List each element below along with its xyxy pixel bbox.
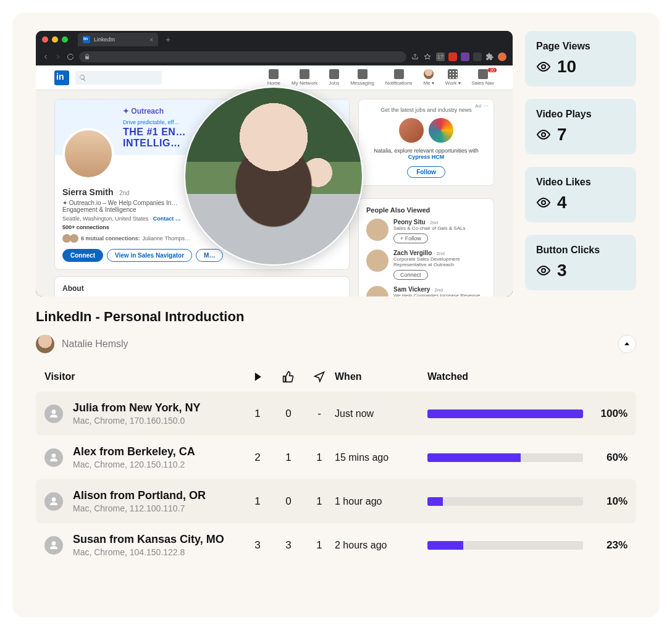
svg-point-13	[542, 133, 545, 136]
nav-label: Home	[267, 80, 280, 86]
browser-chrome: LinkedIn × + 17	[36, 31, 513, 65]
when-text: 15 mins ago	[335, 452, 427, 463]
view-sales-nav-button[interactable]: View in Sales Navigator	[107, 249, 192, 262]
browser-tab[interactable]: LinkedIn ×	[78, 33, 158, 46]
svg-point-12	[542, 65, 545, 69]
nav-label: Notifications	[385, 80, 413, 86]
forward-icon[interactable]	[54, 53, 62, 61]
extension-icon[interactable]: 17	[436, 52, 445, 61]
nav-label: Work ▾	[445, 80, 461, 86]
linkedin-nav-sales-nav[interactable]: Sales Nav20	[472, 69, 494, 86]
more-button[interactable]: M…	[196, 249, 223, 262]
linkedin-nav-notifications[interactable]: Notifications	[385, 69, 413, 86]
likes-count: 3	[273, 539, 304, 552]
linkedin-nav-home[interactable]: Home	[267, 69, 280, 86]
maximize-window-icon[interactable]	[62, 36, 68, 43]
watched-bar	[427, 453, 583, 462]
table-row[interactable]: Alex from Berkeley, CA Mac, Chrome, 120.…	[36, 435, 636, 479]
close-window-icon[interactable]	[42, 36, 48, 43]
visitor-meta: Mac, Chrome, 120.150.110.2	[73, 460, 195, 469]
when-text: 1 hour ago	[335, 496, 427, 507]
author-avatar[interactable]	[36, 335, 54, 353]
play-icon	[251, 371, 264, 383]
stat-card-button-clicks: Button Clicks 3	[525, 235, 636, 290]
minimize-window-icon[interactable]	[52, 36, 58, 43]
table-row[interactable]: Alison from Portland, OR Mac, Chrome, 11…	[36, 479, 636, 523]
linkedin-search-input[interactable]	[75, 71, 162, 85]
video-bubble[interactable]	[184, 86, 363, 266]
table-row[interactable]: Susan from Kansas City, MO Mac, Chrome, …	[36, 523, 636, 567]
sales-icon	[478, 69, 488, 79]
mini-avatar-icon	[70, 234, 78, 243]
company-logo-icon	[429, 118, 453, 143]
profile-avatar[interactable]	[62, 128, 114, 180]
likes-count: 1	[273, 452, 304, 464]
visitor-meta: Mac, Chrome, 104.150.122.8	[73, 547, 224, 557]
people-also-viewed-card: People Also Viewed Peony Situ · 2nd Sale…	[358, 198, 494, 296]
pav-action-button[interactable]: + Follow	[393, 233, 428, 243]
lock-icon	[84, 54, 90, 60]
new-tab-button[interactable]: +	[166, 35, 170, 44]
connect-button[interactable]: Connect	[62, 249, 103, 262]
follow-button[interactable]: Follow	[407, 166, 445, 178]
watched-pct: 23%	[593, 539, 628, 552]
extension-icon[interactable]	[461, 52, 469, 61]
pav-item[interactable]: Sam Vickery · 2nd We Help Companies Incr…	[366, 286, 486, 296]
linkedin-logo-icon[interactable]	[54, 70, 69, 85]
puzzle-icon[interactable]	[485, 52, 494, 61]
plays-count: 1	[242, 408, 273, 420]
reload-icon[interactable]	[67, 53, 74, 61]
profile-avatar-icon[interactable]	[498, 52, 506, 61]
close-tab-icon[interactable]: ×	[149, 36, 153, 43]
linkedin-nav-my-network[interactable]: My Network	[292, 69, 317, 86]
collapse-button[interactable]	[618, 335, 636, 353]
stat-label: Video Plays	[536, 109, 625, 120]
sidebar-job-card: Ad ⋯ Get the latest jobs and industry ne…	[358, 99, 494, 186]
nav-label: Messaging	[350, 80, 374, 86]
visitor-name: Susan from Kansas City, MO	[73, 533, 224, 546]
extension-icon[interactable]	[448, 52, 457, 61]
side-job-subtitle: Natalia, explore relevant opportunities …	[366, 148, 486, 160]
clicks-count: -	[304, 408, 335, 420]
linkedin-nav-me-[interactable]: Me ▾	[423, 69, 434, 86]
svg-point-14	[542, 201, 545, 204]
pav-item[interactable]: Peony Situ · 2nd Sales & Co-chair of Gal…	[366, 219, 486, 243]
visitor-name: Alison from Portland, OR	[73, 489, 206, 502]
eye-icon	[536, 263, 551, 278]
pav-action-button[interactable]: Connect	[393, 270, 428, 280]
star-icon[interactable]	[424, 53, 431, 61]
watched-bar	[427, 541, 583, 550]
about-card: About As the first point of contact for …	[54, 276, 350, 296]
pav-role: Corporate Sales Development Representati…	[393, 256, 486, 267]
linkedin-nav-messaging[interactable]: Messaging	[350, 69, 374, 86]
eye-icon	[536, 127, 551, 142]
visitor-meta: Mac, Chrome, 170.160.150.0	[73, 416, 200, 426]
stat-card-page-views: Page Views 10	[525, 31, 636, 86]
visitor-name: Julia from New York, NY	[73, 401, 200, 414]
share-icon[interactable]	[411, 53, 419, 61]
clicks-count: 1	[304, 539, 335, 552]
back-icon[interactable]	[42, 53, 49, 61]
company-avatar-icon	[399, 118, 424, 143]
svg-point-15	[542, 269, 545, 272]
msg-icon	[358, 69, 368, 79]
pav-item[interactable]: Zach Vergillo · 2nd Corporate Sales Deve…	[366, 250, 486, 280]
window-traffic-lights[interactable]	[42, 36, 68, 43]
stat-card-video-likes: Video Likes 4	[525, 167, 636, 222]
stat-label: Video Likes	[536, 177, 625, 188]
col-watched: Watched	[427, 371, 628, 382]
page-title: LinkedIn - Personal Introduction	[36, 309, 636, 325]
contact-info-link[interactable]: Contact …	[153, 216, 181, 222]
address-bar[interactable]	[79, 51, 406, 62]
likes-count: 0	[273, 495, 304, 508]
pav-avatar-icon	[366, 219, 388, 241]
search-icon	[79, 74, 86, 82]
extension-icon[interactable]	[473, 52, 482, 61]
when-text: 2 hours ago	[335, 540, 427, 551]
table-row[interactable]: Julia from New York, NY Mac, Chrome, 170…	[36, 392, 636, 435]
author-name: Natalie Hemsly	[62, 338, 128, 350]
linkedin-nav-jobs[interactable]: Jobs	[329, 69, 339, 86]
thumbs-up-icon	[282, 371, 295, 383]
ad-label: Ad ⋯	[475, 103, 489, 109]
linkedin-nav-work-[interactable]: Work ▾	[445, 69, 461, 86]
